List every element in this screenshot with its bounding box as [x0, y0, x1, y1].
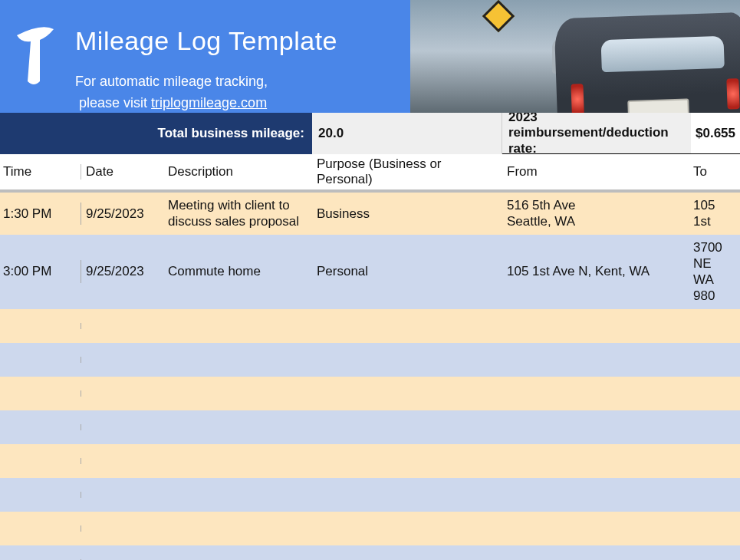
cell-time[interactable] [0, 458, 81, 464]
cell-date[interactable] [81, 424, 163, 430]
cell-to[interactable] [689, 458, 740, 464]
cell-date[interactable] [81, 492, 163, 498]
cell-from[interactable] [502, 424, 689, 430]
cell-to[interactable] [689, 492, 740, 498]
header-banner: Mileage Log Template For automatic milea… [0, 0, 740, 113]
cell-from[interactable] [502, 390, 689, 397]
reimbursement-rate-value[interactable]: $0.655 [691, 113, 740, 154]
total-business-mileage-value[interactable]: 20.0 [312, 113, 502, 154]
cell-from[interactable] [502, 323, 689, 329]
triplog-logo-icon [11, 21, 57, 91]
table-row[interactable] [0, 309, 740, 343]
cell-to[interactable] [689, 323, 740, 329]
car-window-icon [600, 36, 724, 73]
cell-to[interactable] [689, 525, 740, 532]
cell-purpose[interactable] [312, 357, 502, 363]
tail-light-left-icon [571, 84, 584, 113]
table-body: 1:30 PM9/25/2023Meeting with client to d… [0, 193, 740, 560]
cell-date[interactable]: 9/25/2023 [81, 260, 163, 282]
table-row[interactable]: 1:30 PM9/25/2023Meeting with client to d… [0, 193, 740, 235]
cell-purpose[interactable] [312, 323, 502, 329]
cell-to[interactable] [689, 390, 740, 397]
cell-purpose[interactable] [312, 424, 502, 430]
cell-to[interactable] [689, 424, 740, 430]
subtitle-line1: For automatic mileage tracking, [75, 74, 268, 89]
summary-row: Total business mileage: 20.0 2023 reimbu… [0, 113, 740, 154]
cell-purpose[interactable] [312, 525, 502, 532]
cell-to[interactable] [689, 357, 740, 363]
cell-time[interactable] [0, 492, 81, 498]
col-description: Description [163, 164, 312, 180]
cell-time[interactable] [0, 424, 81, 430]
cell-date[interactable] [81, 357, 163, 363]
cell-time[interactable]: 1:30 PM [0, 203, 81, 225]
cell-from[interactable] [502, 492, 689, 498]
cell-purpose[interactable] [312, 458, 502, 464]
cell-from[interactable]: 516 5th AveSeattle, WA [502, 194, 689, 233]
cell-from[interactable]: 105 1st Ave N, Kent, WA [502, 260, 689, 282]
table-row[interactable]: 3:00 PM9/25/2023Commute homePersonal105 … [0, 235, 740, 309]
table-row[interactable] [0, 410, 740, 444]
col-time: Time [0, 164, 81, 180]
cell-time[interactable] [0, 390, 81, 397]
cell-time[interactable] [0, 525, 81, 532]
col-to: To [689, 164, 740, 180]
cell-purpose[interactable] [312, 390, 502, 397]
cell-to[interactable]: 3700 NEWA 980 [689, 236, 740, 308]
cell-date[interactable] [81, 390, 163, 397]
cell-description[interactable]: Meeting with client to discuss sales pro… [163, 194, 312, 233]
cell-time[interactable]: 3:00 PM [0, 260, 81, 282]
cell-date[interactable] [81, 458, 163, 464]
cell-date[interactable] [81, 323, 163, 329]
cell-description[interactable] [163, 492, 312, 498]
cell-description[interactable] [163, 390, 312, 397]
cell-purpose[interactable]: Personal [312, 260, 502, 282]
header-image [410, 0, 740, 113]
cell-description[interactable] [163, 458, 312, 464]
table-row[interactable] [0, 343, 740, 377]
cell-to[interactable]: 105 1st [689, 194, 740, 233]
cell-purpose[interactable] [312, 492, 502, 498]
column-headers: Time Date Description Purpose (Business … [0, 154, 740, 193]
cell-description[interactable]: Commute home [163, 260, 312, 282]
car-icon [554, 12, 740, 113]
table-row[interactable] [0, 444, 740, 478]
cell-from[interactable] [502, 458, 689, 464]
tail-light-right-icon [726, 78, 739, 110]
reimbursement-rate-label: 2023 reimbursement/deduction rate: [502, 113, 691, 154]
table-row[interactable] [0, 545, 740, 561]
license-plate-icon [627, 98, 689, 113]
total-business-mileage-label: Total business mileage: [0, 113, 312, 154]
header-text: Mileage Log Template For automatic milea… [75, 21, 337, 114]
table-row[interactable] [0, 512, 740, 545]
triplog-link[interactable]: triplogmileage.com [151, 95, 267, 110]
page-title: Mileage Log Template [75, 26, 337, 56]
cell-description[interactable] [163, 525, 312, 532]
road-sign-icon [482, 0, 515, 32]
cell-description[interactable] [163, 357, 312, 363]
col-date: Date [81, 164, 163, 180]
col-purpose: Purpose (Business or Personal) [312, 156, 502, 187]
cell-time[interactable] [0, 357, 81, 363]
table-row[interactable] [0, 377, 740, 410]
cell-date[interactable] [81, 525, 163, 532]
cell-description[interactable] [163, 323, 312, 329]
table-row[interactable] [0, 478, 740, 512]
subtitle-line2-prefix: please visit [79, 95, 151, 110]
cell-purpose[interactable]: Business [312, 203, 502, 225]
page-subtitle: For automatic mileage tracking, please v… [75, 71, 337, 114]
cell-from[interactable] [502, 357, 689, 363]
cell-time[interactable] [0, 323, 81, 329]
col-from: From [502, 164, 689, 180]
header-left: Mileage Log Template For automatic milea… [0, 0, 410, 113]
cell-date[interactable]: 9/25/2023 [81, 203, 163, 225]
cell-description[interactable] [163, 424, 312, 430]
cell-from[interactable] [502, 525, 689, 532]
